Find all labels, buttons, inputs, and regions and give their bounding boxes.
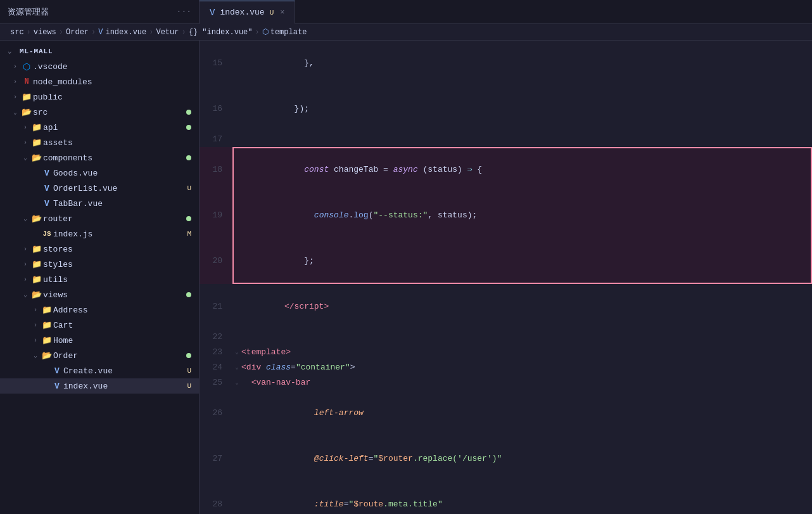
line-content-26: left-arrow xyxy=(232,390,812,436)
sidebar-item-assets[interactable]: › 📁 assets xyxy=(0,135,199,150)
views-modified-dot xyxy=(186,292,191,297)
line-number-16: 16 xyxy=(200,101,232,117)
sidebar-item-router[interactable]: ⌄ 📂 router xyxy=(0,211,199,226)
tabs-area: V index.vue U × xyxy=(200,0,812,23)
chevron-right-icon: › xyxy=(20,246,30,253)
line-content-24: ⌄ <div class="container"> xyxy=(232,360,812,375)
line-number-28: 28 xyxy=(200,497,232,512)
sidebar-item-utils[interactable]: › 📁 utils xyxy=(0,272,199,287)
explorer-menu-button[interactable]: ··· xyxy=(177,7,191,16)
sidebar-item-orderlist-vue[interactable]: V OrderList.vue U xyxy=(0,181,199,196)
sidebar-label-address: Address xyxy=(53,305,199,315)
line-number-22: 22 xyxy=(200,330,232,345)
line-number-25: 25 xyxy=(200,375,232,390)
indexjs-modified-badge: M xyxy=(187,230,191,238)
sidebar-label-goods-vue: Goods.vue xyxy=(53,169,199,178)
sidebar-label-api: api xyxy=(43,123,186,132)
tab-close-button[interactable]: × xyxy=(280,8,284,17)
code-line-21: 21 </script> xyxy=(200,284,812,330)
sidebar-header-area: 资源管理器 ··· xyxy=(0,0,200,23)
bc-vue-icon: V xyxy=(98,28,103,37)
tab-index-vue[interactable]: V index.vue U × xyxy=(200,1,295,24)
sidebar-label-node-modules: node_modules xyxy=(33,77,199,87)
sidebar-label-src: src xyxy=(33,108,186,117)
chevron-right-icon: › xyxy=(10,79,20,86)
sidebar-item-index-vue[interactable]: V index.vue U xyxy=(0,378,199,394)
line-content-18: const changeTab = async (status) ⇒ { xyxy=(232,147,812,193)
sidebar-label-create-vue: Create.vue xyxy=(63,366,187,376)
line-content-23: ⌄ <template> xyxy=(232,345,812,360)
sidebar-label-vscode: .vscode xyxy=(33,62,199,72)
fold-icon-24[interactable]: ⌄ xyxy=(235,360,239,375)
code-line-15: 15 }, xyxy=(200,41,812,86)
chevron-down-icon: ⌄ xyxy=(30,352,41,359)
fold-icon-23[interactable]: ⌄ xyxy=(235,345,239,360)
src-modified-dot xyxy=(186,110,191,115)
sidebar-item-home[interactable]: › 📁 Home xyxy=(0,333,199,348)
bc-sep2: › xyxy=(59,28,63,37)
bc-vetur[interactable]: Vetur xyxy=(156,28,179,37)
code-line-26: 26 left-arrow xyxy=(200,390,812,436)
bc-views[interactable]: views xyxy=(34,28,56,37)
sidebar-label-orderlist-vue: OrderList.vue xyxy=(53,184,187,193)
bc-src[interactable]: src xyxy=(10,28,24,37)
order-modified-dot xyxy=(186,353,191,358)
sidebar-label-public: public xyxy=(33,93,199,102)
sidebar-item-goods-vue[interactable]: V Goods.vue xyxy=(0,165,199,181)
sidebar-item-node-modules[interactable]: › N node_modules xyxy=(0,74,199,89)
chevron-right-icon: › xyxy=(20,124,30,131)
line-number-17: 17 xyxy=(200,132,232,147)
highlight-block: 18 const changeTab = async (status) ⇒ { … xyxy=(200,147,812,284)
chevron-down-icon: ⌄ xyxy=(20,215,30,222)
bc-sep3: › xyxy=(91,28,96,37)
chevron-right-icon: › xyxy=(30,322,41,329)
components-modified-dot xyxy=(186,155,191,160)
main-layout: ⌄ ML-MALL › ⬡ .vscode › N node_modules ›… xyxy=(0,41,812,514)
editor-area[interactable]: 15 }, 16 }); 17 xyxy=(200,41,812,514)
sidebar: ⌄ ML-MALL › ⬡ .vscode › N node_modules ›… xyxy=(0,41,200,514)
bc-sep1: › xyxy=(27,28,31,37)
sidebar-item-public[interactable]: › 📁 public xyxy=(0,89,199,105)
code-line-28: 28 :title="$route.meta.title" xyxy=(200,482,812,514)
sidebar-item-api[interactable]: › 📁 api xyxy=(0,120,199,135)
sidebar-item-tabbar-vue[interactable]: V TabBar.vue xyxy=(0,196,199,211)
sidebar-item-address[interactable]: › 📁 Address xyxy=(0,302,199,318)
sidebar-item-src[interactable]: ⌄ 📂 src xyxy=(0,105,199,120)
chevron-down-icon: ⌄ xyxy=(10,108,20,116)
sidebar-item-components[interactable]: ⌄ 📂 components xyxy=(0,150,199,165)
chevron-down-icon: ⌄ xyxy=(20,154,30,162)
bc-braces[interactable]: {} "index.vue" xyxy=(189,28,253,37)
sidebar-item-vscode[interactable]: › ⬡ .vscode xyxy=(0,59,199,74)
sidebar-root-label: ⌄ ML-MALL xyxy=(0,43,199,59)
folder-open-icon: 📂 xyxy=(41,350,53,361)
sidebar-item-order[interactable]: ⌄ 📂 Order xyxy=(0,348,199,363)
sidebar-item-create-vue[interactable]: V Create.vue U xyxy=(0,363,199,378)
folder-open-icon: 📂 xyxy=(30,290,43,300)
bc-template[interactable]: template xyxy=(270,28,307,37)
sidebar-label-styles: styles xyxy=(43,260,199,269)
sidebar-label-tabbar-vue: TabBar.vue xyxy=(53,199,199,209)
chevron-right-icon: › xyxy=(20,276,30,283)
line-number-26: 26 xyxy=(200,406,232,421)
sidebar-label-index-vue: index.vue xyxy=(63,382,187,391)
vue-icon: V xyxy=(41,199,53,209)
bc-order[interactable]: Order xyxy=(66,28,89,37)
line-content-16: }); xyxy=(232,86,812,132)
sidebar-item-styles[interactable]: › 📁 styles xyxy=(0,257,199,272)
sidebar-item-cart[interactable]: › 📁 Cart xyxy=(0,318,199,333)
npm-icon: N xyxy=(20,77,33,86)
line-number-15: 15 xyxy=(200,56,232,71)
bc-indexvue[interactable]: index.vue xyxy=(105,28,146,37)
vue-tab-icon: V xyxy=(210,8,215,18)
folder-icon: 📁 xyxy=(20,92,33,102)
fold-icon-25[interactable]: ⌄ xyxy=(235,375,239,390)
sidebar-item-stores[interactable]: › 📁 stores xyxy=(0,241,199,257)
sidebar-item-views[interactable]: ⌄ 📂 views xyxy=(0,287,199,302)
folder-open-icon: 📂 xyxy=(30,214,43,224)
sidebar-item-index-js[interactable]: JS index.js M xyxy=(0,226,199,241)
code-line-23: 23 ⌄ <template> xyxy=(200,345,812,360)
sidebar-label-home: Home xyxy=(53,336,199,345)
code-line-16: 16 }); xyxy=(200,86,812,132)
folder-icon: 📁 xyxy=(30,274,43,285)
sidebar-label-router: router xyxy=(43,214,186,224)
